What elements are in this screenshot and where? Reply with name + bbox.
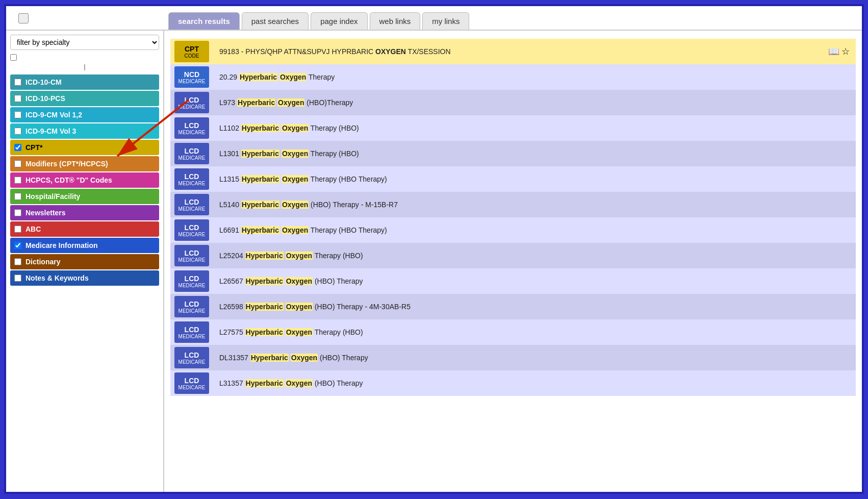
checkbox-cpt[interactable]	[14, 144, 21, 151]
sidebar-item-newsletters[interactable]: Newsletters	[10, 205, 159, 220]
checkbox-abc[interactable]	[14, 226, 21, 233]
checkbox-icd9cm3[interactable]	[14, 128, 21, 135]
result-title-cell[interactable]: L31357 Hyperbaric Oxygen (HBO) Therapy	[213, 370, 824, 396]
sidebar-item-label-icd10pcs: ICD-10-PCS	[25, 94, 65, 103]
highlighted-word: Oxygen	[282, 175, 309, 183]
sidebar-item-label-dictionary: Dictionary	[25, 258, 60, 266]
table-row[interactable]: LCDMEDICAREL31357 Hyperbaric Oxygen (HBO…	[170, 370, 856, 396]
table-row[interactable]: LCDMEDICAREDL31357 Hyperbaric Oxygen (HB…	[170, 345, 856, 370]
checkbox-newsletters[interactable]	[14, 209, 21, 216]
table-row[interactable]: LCDMEDICAREL6691 Hyperbaric Oxygen Thera…	[170, 217, 856, 243]
checkbox-notes[interactable]	[14, 275, 21, 282]
results-table: CPTCODE99183 - PHYS/QHP ATTN&SUPVJ HYPRB…	[170, 39, 856, 396]
highlighted-word: Hyperbaric	[241, 226, 279, 234]
sidebar-item-label-modifiers: Modifiers (CPT*/HCPCS)	[25, 160, 108, 168]
code-badge-8: LCDMEDICARE	[174, 245, 209, 266]
sidebar-item-icd9cm12[interactable]: ICD-9-CM Vol 1,2	[10, 107, 159, 122]
table-row[interactable]: LCDMEDICAREL27575 Hyperbaric Oxygen Ther…	[170, 319, 856, 345]
result-title-cell[interactable]: 20.29 Hyperbaric Oxygen Therapy	[213, 64, 824, 90]
result-title-cell[interactable]: L27575 Hyperbaric Oxygen Therapy (HBO)	[213, 319, 824, 345]
row-icons-cell	[824, 90, 856, 115]
sidebar-item-cpt[interactable]: CPT*	[10, 140, 159, 155]
table-row[interactable]: LCDMEDICAREL5140 Hyperbaric Oxygen (HBO)…	[170, 192, 856, 217]
result-title-cell[interactable]: L6691 Hyperbaric Oxygen Therapy (HBO The…	[213, 217, 824, 243]
table-row[interactable]: LCDMEDICAREL1301 Hyperbaric Oxygen Thera…	[170, 141, 856, 166]
result-title-cell[interactable]: L973 Hyperbaric Oxygen (HBO)Therapy	[213, 90, 824, 115]
checkbox-modifiers[interactable]	[14, 160, 21, 167]
sidebar-item-modifiers[interactable]: Modifiers (CPT*/HCPCS)	[10, 156, 159, 171]
sidebar-item-label-newsletters: Newsletters	[25, 209, 66, 217]
highlighted-word: Oxygen	[286, 328, 313, 336]
row-icons-cell	[824, 141, 856, 166]
tab-search-results[interactable]: search results	[168, 12, 240, 30]
sidebar-item-icd9cm3[interactable]: ICD-9-CM Vol 3	[10, 123, 159, 139]
sidebar-item-hospital[interactable]: Hospital/Facility	[10, 189, 159, 204]
row-icons-cell	[824, 166, 856, 192]
row-icons-cell	[824, 243, 856, 268]
tab-page-index[interactable]: page index	[311, 12, 367, 30]
sidebar-item-icd10cm[interactable]: ICD-10-CM	[10, 74, 159, 90]
table-row[interactable]: LCDMEDICAREL26567 Hyperbaric Oxygen (HBO…	[170, 268, 856, 294]
code-badge-13: LCDMEDICARE	[174, 372, 209, 394]
result-title-cell[interactable]: L26567 Hyperbaric Oxygen (HBO) Therapy	[213, 268, 824, 294]
code-badge-12: LCDMEDICARE	[174, 347, 209, 368]
row-icons-cell	[824, 319, 856, 345]
table-row[interactable]: LCDMEDICAREL973 Hyperbaric Oxygen (HBO)T…	[170, 90, 856, 115]
show-only-icds-row	[10, 54, 159, 61]
code-badge-4: LCDMEDICARE	[174, 143, 209, 164]
code-badge-5: LCDMEDICARE	[174, 168, 209, 190]
tab-my-links[interactable]: my links	[422, 12, 469, 30]
filter-specialty-select[interactable]: filter by specialty	[10, 35, 159, 50]
star-icon[interactable]: ☆	[841, 46, 850, 57]
result-title-cell[interactable]: L5140 Hyperbaric Oxygen (HBO) Therapy - …	[213, 192, 824, 217]
sidebar-item-label-icd9cm3: ICD-9-CM Vol 3	[25, 127, 76, 135]
highlighted-word: Oxygen	[282, 149, 309, 158]
checkbox-medicare[interactable]	[14, 242, 21, 249]
sidebar-item-icd10pcs[interactable]: ICD-10-PCS	[10, 91, 159, 106]
highlighted-word: Oxygen	[286, 277, 313, 285]
table-row[interactable]: CPTCODE99183 - PHYS/QHP ATTN&SUPVJ HYPRB…	[170, 39, 856, 64]
table-row[interactable]: LCDMEDICAREL1102 Hyperbaric Oxygen Thera…	[170, 115, 856, 141]
checkbox-icd10pcs[interactable]	[14, 95, 21, 102]
sidebar-item-notes[interactable]: Notes & Keywords	[10, 270, 159, 286]
row-icons-cell	[824, 370, 856, 396]
highlighted-word: Hyperbaric	[245, 277, 284, 285]
result-title-cell[interactable]: DL31357 Hyperbaric Oxygen (HBO) Therapy	[213, 345, 824, 370]
result-title-cell[interactable]: L1102 Hyperbaric Oxygen Therapy (HBO)	[213, 115, 824, 141]
tab-past-searches[interactable]: past searches	[242, 12, 309, 30]
checkbox-icd10cm[interactable]	[14, 79, 21, 86]
checkbox-dictionary[interactable]	[14, 258, 21, 265]
sidebar-item-hcpcs[interactable]: HCPCS, CDT® "D" Codes	[10, 172, 159, 188]
highlighted-word: Hyperbaric	[237, 98, 275, 107]
sidebar-item-label-icd10cm: ICD-10-CM	[25, 78, 62, 86]
show-only-icds-checkbox[interactable]	[10, 54, 17, 61]
sidebar-item-label-icd9cm12: ICD-9-CM Vol 1,2	[25, 111, 82, 119]
book-icon[interactable]: 📖	[828, 46, 839, 57]
table-row[interactable]: LCDMEDICAREL25204 Hyperbaric Oxygen Ther…	[170, 243, 856, 268]
sidebar-item-label-abc: ABC	[25, 225, 41, 233]
table-row[interactable]: LCDMEDICAREL26598 Hyperbaric Oxygen (HBO…	[170, 294, 856, 319]
checkbox-hcpcs[interactable]	[14, 177, 21, 184]
table-row[interactable]: NCDMEDICARE20.29 Hyperbaric Oxygen Thera…	[170, 64, 856, 90]
result-title-cell[interactable]: L1301 Hyperbaric Oxygen Therapy (HBO)	[213, 141, 824, 166]
checkbox-hospital[interactable]	[14, 193, 21, 200]
sidebar-item-abc[interactable]: ABC	[10, 221, 159, 237]
result-title-cell[interactable]: L1315 Hyperbaric Oxygen Therapy (HBO The…	[213, 166, 824, 192]
highlighted-word: Oxygen	[286, 379, 313, 387]
bold-word: OXYGEN	[375, 47, 406, 56]
sidebar-item-label-cpt: CPT*	[25, 143, 42, 152]
question-button[interactable]	[18, 13, 29, 23]
row-icons-cell	[824, 345, 856, 370]
code-badge-11: LCDMEDICARE	[174, 321, 209, 343]
code-badge-0: CPTCODE	[174, 41, 209, 62]
result-title-cell[interactable]: L25204 Hyperbaric Oxygen Therapy (HBO)	[213, 243, 824, 268]
sidebar-item-medicare[interactable]: Medicare Information	[10, 238, 159, 253]
row-icons-cell	[824, 115, 856, 141]
checkbox-icd9cm12[interactable]	[14, 111, 21, 118]
result-title-cell[interactable]: L26598 Hyperbaric Oxygen (HBO) Therapy -…	[213, 294, 824, 319]
result-title-cell[interactable]: 99183 - PHYS/QHP ATTN&SUPVJ HYPRBARIC OX…	[213, 39, 824, 64]
tab-web-links[interactable]: web links	[370, 12, 421, 30]
table-row[interactable]: LCDMEDICAREL1315 Hyperbaric Oxygen Thera…	[170, 166, 856, 192]
sidebar-item-dictionary[interactable]: Dictionary	[10, 254, 159, 269]
sidebar-item-label-hcpcs: HCPCS, CDT® "D" Codes	[25, 176, 112, 184]
